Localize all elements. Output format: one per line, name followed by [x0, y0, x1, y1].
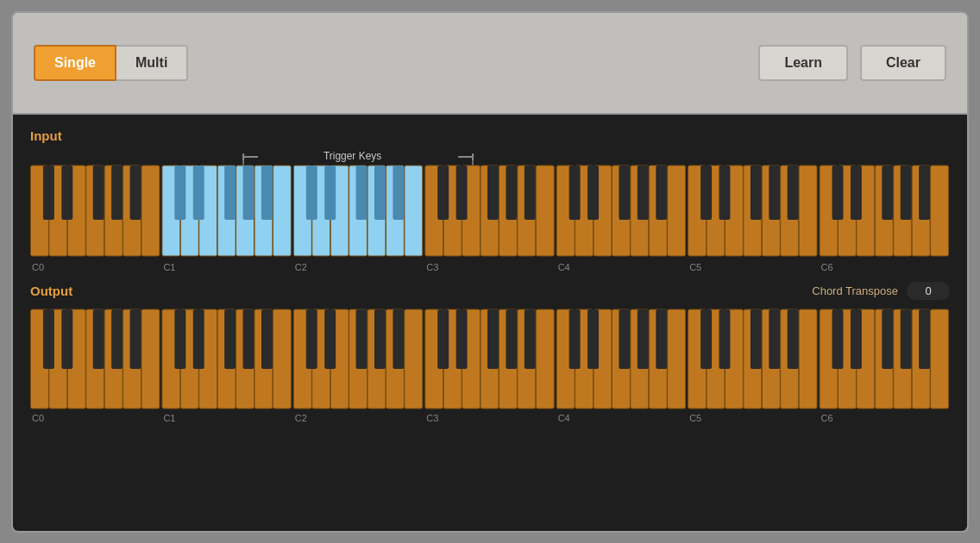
svg-rect-54 [525, 165, 536, 220]
svg-rect-25 [273, 165, 291, 256]
svg-rect-90 [919, 165, 930, 220]
multi-button[interactable]: Multi [116, 45, 188, 81]
svg-rect-141 [437, 309, 449, 369]
svg-rect-154 [587, 309, 599, 369]
svg-rect-169 [788, 309, 799, 369]
svg-rect-140 [536, 309, 554, 409]
svg-rect-41 [374, 165, 386, 220]
chord-transpose-control: Chord Transpose 0 [812, 282, 950, 300]
svg-rect-50 [437, 165, 449, 220]
svg-rect-153 [569, 309, 581, 369]
svg-rect-28 [224, 165, 236, 220]
svg-rect-116 [273, 309, 291, 409]
app-window: Single Multi Learn Clear Input Trigger K… [11, 11, 969, 533]
svg-rect-18 [130, 165, 141, 220]
svg-rect-61 [668, 165, 686, 256]
svg-rect-168 [769, 309, 780, 369]
learn-button[interactable]: Learn [758, 45, 848, 81]
mode-buttons: Single Multi [34, 45, 188, 81]
output-label: Output [30, 284, 72, 298]
input-piano[interactable]: Trigger Keys [30, 148, 950, 273]
svg-rect-106 [61, 309, 72, 369]
input-label: Input [30, 128, 62, 143]
svg-rect-38 [306, 165, 317, 220]
svg-rect-66 [656, 165, 667, 220]
svg-rect-86 [832, 165, 844, 220]
toolbar: Single Multi Learn Clear [13, 13, 967, 115]
svg-rect-13 [141, 165, 160, 256]
svg-rect-165 [700, 309, 712, 369]
svg-rect-176 [931, 309, 949, 409]
svg-text:C4: C4 [558, 261, 570, 272]
main-content: Input Trigger Keys [13, 115, 967, 531]
svg-rect-17 [111, 165, 122, 220]
svg-rect-14 [43, 165, 54, 220]
svg-text:C0: C0 [32, 261, 44, 272]
svg-text:C2: C2 [295, 412, 307, 422]
svg-rect-145 [525, 309, 536, 369]
svg-rect-65 [638, 165, 649, 220]
svg-rect-130 [324, 309, 336, 369]
svg-rect-179 [882, 309, 893, 369]
svg-rect-180 [901, 309, 912, 369]
chord-transpose-value[interactable]: 0 [907, 282, 950, 300]
svg-text:C2: C2 [295, 261, 307, 272]
svg-rect-40 [356, 165, 368, 220]
svg-rect-87 [851, 165, 862, 220]
svg-rect-29 [243, 165, 254, 220]
svg-rect-64 [619, 165, 630, 220]
svg-rect-177 [832, 309, 844, 369]
svg-rect-73 [799, 165, 817, 256]
svg-rect-53 [506, 165, 517, 220]
svg-rect-152 [668, 309, 686, 409]
single-button[interactable]: Single [34, 45, 116, 81]
svg-text:C3: C3 [426, 412, 438, 422]
svg-rect-74 [700, 165, 712, 220]
svg-rect-128 [405, 309, 423, 409]
svg-rect-27 [193, 165, 204, 220]
svg-rect-133 [393, 309, 404, 369]
svg-text:C5: C5 [689, 412, 701, 422]
svg-rect-167 [751, 309, 762, 369]
svg-rect-104 [141, 309, 160, 409]
svg-rect-88 [882, 165, 893, 220]
svg-rect-109 [130, 309, 141, 369]
svg-rect-108 [111, 309, 122, 369]
svg-rect-166 [719, 309, 731, 369]
svg-rect-37 [405, 165, 423, 256]
clear-button[interactable]: Clear [860, 45, 946, 81]
svg-rect-105 [43, 309, 54, 369]
output-header: Output Chord Transpose 0 [30, 282, 950, 300]
svg-rect-178 [851, 309, 862, 369]
svg-rect-107 [93, 309, 104, 369]
svg-rect-89 [901, 165, 912, 220]
svg-rect-30 [261, 165, 273, 220]
svg-rect-15 [61, 165, 72, 220]
action-buttons: Learn Clear [758, 45, 946, 81]
svg-rect-129 [306, 309, 317, 369]
svg-rect-181 [919, 309, 930, 369]
svg-rect-26 [174, 165, 185, 220]
svg-rect-164 [799, 309, 817, 409]
svg-text:C6: C6 [821, 412, 833, 422]
svg-text:C5: C5 [689, 261, 701, 272]
input-section: Input Trigger Keys [30, 128, 950, 273]
svg-rect-121 [261, 309, 273, 369]
svg-text:Trigger Keys: Trigger Keys [324, 149, 381, 161]
svg-text:C3: C3 [426, 261, 438, 272]
output-section: Output Chord Transpose 0 .wk2 { stroke: … [30, 282, 950, 430]
svg-rect-51 [456, 165, 468, 220]
svg-rect-52 [487, 165, 499, 220]
svg-rect-85 [931, 165, 949, 256]
svg-rect-39 [324, 165, 336, 220]
svg-rect-157 [656, 309, 667, 369]
svg-rect-63 [587, 165, 599, 220]
input-header: Input [30, 128, 950, 143]
svg-rect-144 [506, 309, 517, 369]
svg-rect-42 [393, 165, 404, 220]
svg-rect-131 [356, 309, 368, 369]
svg-rect-143 [487, 309, 499, 369]
output-piano[interactable]: .wk2 { stroke: #7a5010; stroke-width: 1;… [30, 305, 950, 430]
svg-rect-155 [619, 309, 630, 369]
svg-text:C4: C4 [558, 412, 570, 422]
